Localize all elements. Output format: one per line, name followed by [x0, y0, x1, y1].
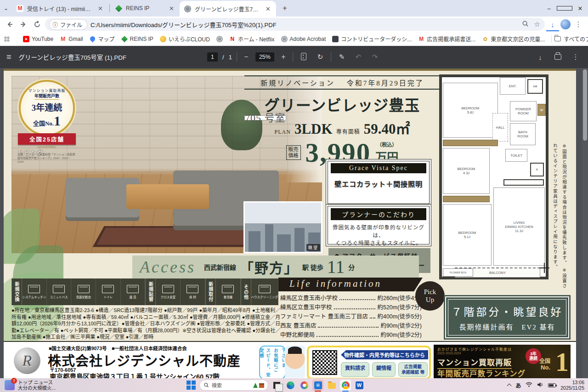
- request-docs-button[interactable]: 資料請求: [341, 362, 369, 377]
- dishwasher-icon: [222, 285, 234, 293]
- annotate-pen-icon[interactable]: ✎: [336, 53, 348, 61]
- tray-chevron-icon[interactable]: [507, 384, 512, 388]
- new-tab-button[interactable]: +: [279, 2, 291, 14]
- profile-avatar[interactable]: [560, 19, 571, 29]
- page-number-input[interactable]: 1: [207, 52, 218, 62]
- pdf-download-icon[interactable]: ↓: [534, 53, 546, 61]
- tab-close-icon[interactable]: ✕: [265, 6, 271, 12]
- print-icon[interactable]: [554, 53, 561, 61]
- omnibox[interactable]: ⓘ ファイル C:/Users/miimi/Downloads/グリーンビレッジ…: [45, 18, 545, 31]
- pdf-globe-icon: [184, 6, 191, 12]
- contributor-icon: [332, 36, 339, 42]
- bookmark-ielove[interactable]: いえらぶCLOUD: [160, 35, 210, 43]
- wifi-icon[interactable]: [526, 381, 532, 389]
- store-icon[interactable]: ⊞: [312, 380, 323, 391]
- rotate-icon[interactable]: ↻: [314, 53, 326, 61]
- gmail-icon: M: [60, 36, 66, 42]
- tab-close-icon[interactable]: ✕: [97, 5, 104, 12]
- word-icon[interactable]: W: [354, 380, 365, 391]
- reno-item: クロス全室: [156, 278, 181, 305]
- folder-icon: [554, 36, 561, 41]
- divider: [293, 52, 293, 62]
- edge-icon[interactable]: [285, 380, 296, 391]
- search-icon[interactable]: [522, 20, 529, 29]
- pdf-more-icon[interactable]: ⋮: [570, 53, 582, 61]
- reno-item: ハウスクリーニング: [251, 278, 279, 305]
- reins-icon: [115, 5, 122, 12]
- ranking-banner: おかげさまで㈱レジデンシャル不動産は 2022-2023-2024 マンション買…: [434, 345, 571, 378]
- bookmark-ad-consent[interactable]: M広告掲載承諾書送...: [418, 35, 475, 43]
- reno-item: トイレ: [96, 278, 121, 305]
- tab-pdf-active[interactable]: グリーンビレッジ豊玉705号室 (1).PD... ✕: [180, 1, 276, 17]
- minimize-button[interactable]: –: [541, 5, 557, 12]
- chrome-icon[interactable]: [340, 380, 351, 391]
- paint-icon[interactable]: [299, 380, 310, 391]
- undo-icon[interactable]: ↶: [352, 53, 364, 61]
- ime-indicator[interactable]: あ: [515, 381, 521, 389]
- tab-search-chevron-icon[interactable]: ⌄: [0, 5, 12, 11]
- tab-strip: ⌄ M 受信トレイ (13) - miimiimiimiia1... ✕ REI…: [0, 0, 588, 17]
- bookmark-netflix[interactable]: Nホーム - Netflix: [229, 35, 275, 43]
- taskbar-search[interactable]: 検索: [199, 380, 268, 391]
- file-scheme-chip[interactable]: ⓘ ファイル: [50, 20, 87, 29]
- clock[interactable]: 13:06 2025/11/25: [560, 380, 584, 391]
- planner-box: プランナーのこだわり 雰囲気ある壁面が印象的なリビングは、くつろぐ時間さえもスタ…: [328, 206, 430, 244]
- scrollbar-thumb[interactable]: [583, 69, 587, 141]
- bookmark-gmail[interactable]: MGmail: [60, 36, 83, 42]
- reload-icon[interactable]: [31, 18, 43, 30]
- close-button[interactable]: ✕: [572, 5, 588, 12]
- maximize-button[interactable]: [557, 5, 572, 12]
- back-icon[interactable]: [4, 18, 16, 30]
- apps-grid-icon[interactable]: [5, 37, 9, 41]
- fit-page-icon[interactable]: [298, 53, 310, 62]
- pdf-menu-icon[interactable]: ≡: [6, 52, 11, 62]
- spec-box-body: 壁エコカラット＋間接照明: [328, 173, 429, 188]
- tab-close-icon[interactable]: ✕: [168, 5, 175, 12]
- key-info-button[interactable]: 鍵情報: [372, 362, 396, 377]
- flower-icon: ✿: [482, 36, 488, 42]
- reno-item: 建 具: [121, 278, 146, 305]
- search-icon: [204, 382, 209, 388]
- market-icon: [259, 383, 264, 388]
- system-kitchen-icon: [28, 285, 40, 293]
- pickup-circle: PickUp: [415, 281, 445, 311]
- file-explorer-icon[interactable]: [326, 380, 337, 391]
- zoom-level[interactable]: 25%: [255, 52, 274, 62]
- youtube-icon: [23, 36, 29, 42]
- zoom-out-button[interactable]: −: [242, 53, 251, 61]
- system-tray: あ 13:06 2025/11/25: [508, 378, 584, 392]
- bookmark-contributor[interactable]: コントリビューターダッシ...: [332, 35, 412, 43]
- bookmark-reins[interactable]: REINS IP: [121, 36, 153, 42]
- bookmark-globe[interactable]: [216, 36, 223, 42]
- browser-menu-icon[interactable]: ⋮: [572, 18, 584, 30]
- scrollbar[interactable]: [582, 68, 588, 378]
- weather-widget[interactable]: 7 トップ ニュース大分の大規模火...: [0, 380, 119, 391]
- bookmark-bunkyo[interactable]: ✿東京都文京区の児童...: [482, 35, 545, 43]
- renovation-line: 新規リノベーション令和7年8月29日完了: [244, 75, 440, 90]
- start-button[interactable]: [186, 380, 197, 391]
- tab-title: グリーンビレッジ豊玉705号室 (1).PD...: [195, 5, 261, 13]
- zoom-in-button[interactable]: +: [279, 53, 288, 61]
- all-bookmarks[interactable]: すべてのブックマーク: [551, 35, 588, 43]
- url-text[interactable]: C:/Users/miimi/Downloads/グリーンビレッジ豊玉705号室…: [90, 20, 277, 29]
- bookmark-acrobat[interactable]: Adobe Acrobat: [281, 36, 326, 42]
- toilet-icon: [102, 285, 114, 293]
- property-title: グリーンビレッジ豊玉 705 号室: [244, 93, 440, 115]
- reins-icon: [121, 36, 128, 42]
- ad-consent-button[interactable]: 広告掲載承諾確認 等: [398, 362, 428, 377]
- volume-icon[interactable]: [537, 381, 543, 389]
- taskbar-center: 検索 ⊞ W: [186, 378, 365, 392]
- tab-gmail[interactable]: M 受信トレイ (13) - miimiimiimiia1... ✕: [12, 0, 108, 16]
- tab-reins[interactable]: REINS IP ✕: [111, 0, 180, 16]
- bookmark-maps[interactable]: マップ: [90, 35, 115, 43]
- forward-icon[interactable]: [17, 18, 29, 30]
- pdf-viewer-area[interactable]: リビング 眺望 マンション買取再販 年間販売戸数 3年連続: [0, 68, 588, 378]
- downloads-icon[interactable]: ↓: [547, 18, 559, 30]
- task-view-button[interactable]: [271, 380, 282, 391]
- redo-icon[interactable]: ↷: [369, 53, 381, 61]
- bookmark-star-icon[interactable]: ☆: [534, 20, 540, 28]
- tab-title: REINS IP: [126, 5, 164, 11]
- battery-icon[interactable]: [548, 383, 556, 387]
- access-bar: Access 西武新宿線 「野方」 駅 徒歩 11 分: [132, 256, 419, 278]
- bookmark-youtube[interactable]: YouTube: [23, 36, 53, 42]
